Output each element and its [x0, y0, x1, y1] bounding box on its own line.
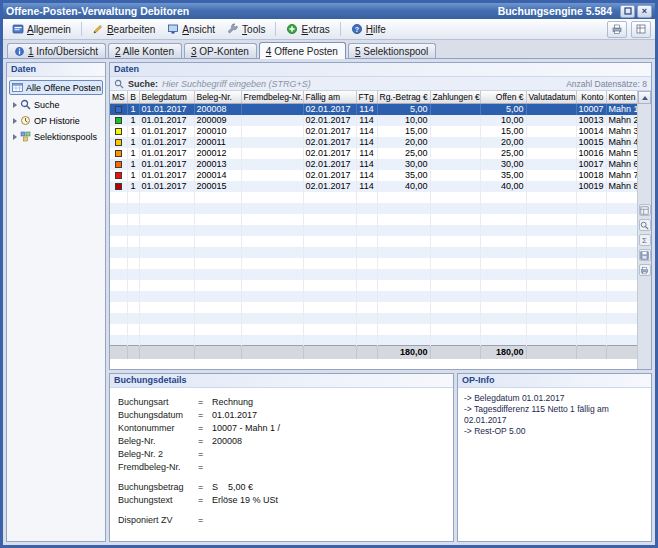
edit-pencil-icon [92, 23, 104, 35]
column-header-faellig-am[interactable]: Fällig am [303, 91, 356, 104]
grid-caption: Daten [110, 63, 651, 77]
sidebar-item-op-historie[interactable]: OP Historie [9, 114, 103, 127]
tab-offene-posten[interactable]: 4 Offene Posten [259, 42, 346, 59]
column-header-belegdatum[interactable]: Belegdatum [139, 91, 194, 104]
table-row[interactable]: 101.01.201720001202.01.201711425,0025,00… [110, 148, 637, 159]
print-button[interactable] [607, 21, 627, 38]
total-betrag: 180,00 [377, 346, 430, 359]
table-icon [12, 82, 23, 93]
menu-label: Tools [242, 24, 265, 35]
printer-icon [611, 23, 623, 35]
table-row[interactable]: 101.01.201720000902.01.201711410,0010,00… [110, 115, 637, 126]
detail-field: Buchungsdatum=01.01.2017 [118, 409, 447, 422]
print-icon[interactable] [639, 264, 651, 276]
detail-field: Kontonummer=10007 - Mahn 1 / [118, 422, 447, 435]
column-header-ftg[interactable]: FTg [356, 91, 377, 104]
menu-allgemein[interactable]: Allgemein [7, 21, 76, 37]
restore-icon [624, 7, 632, 15]
allgemein-icon [12, 23, 24, 35]
column-header-beleg-nr[interactable]: Beleg-Nr. [194, 91, 241, 104]
menu-separator [81, 22, 82, 36]
detail-field: Beleg-Nr.=200008 [118, 435, 447, 448]
table-icon [635, 23, 647, 35]
close-button[interactable]: × [637, 5, 652, 18]
save-icon[interactable] [639, 249, 651, 261]
op-info-body: -> Belegdatum 01.01.2017-> Tagesdifferen… [458, 388, 651, 541]
tab-info-uebersicht[interactable]: 1 Info/Übersicht [7, 43, 106, 58]
expander-icon[interactable] [13, 134, 17, 140]
detail-field: Buchungsart=Rechnung [118, 396, 447, 409]
sidebar-item-label: OP Historie [34, 116, 80, 126]
help-icon: ? [351, 23, 363, 35]
table-view-button[interactable] [631, 21, 651, 38]
column-header-konten[interactable]: Konten [606, 91, 637, 104]
sidebar-item-suche[interactable]: Suche [9, 98, 103, 111]
bottom-area: Buchungsdetails Buchungsart=RechnungBuch… [109, 373, 652, 542]
dunning-level-swatch [115, 183, 122, 190]
grid-area: MS B Belegdatum Beleg-Nr. Fremdbeleg-Nr.… [110, 91, 651, 369]
restore-button[interactable] [620, 5, 635, 18]
column-header-b[interactable]: B [127, 91, 139, 104]
menu-label: Extras [301, 24, 329, 35]
table-row[interactable]: 101.01.201720000802.01.20171145,005,0010… [110, 104, 637, 115]
column-header-konto[interactable]: Konto [576, 91, 606, 104]
search-input[interactable] [162, 79, 562, 89]
tab-selektionspool[interactable]: 5 Selektionspool [348, 43, 436, 58]
tab-op-konten[interactable]: 3 OP-Konten [184, 43, 257, 58]
sidebar-item-alle-offene-posten[interactable]: Alle Offene Posten [9, 80, 103, 95]
content-area: Daten Alle Offene Posten Suche [3, 59, 655, 545]
empty-row [110, 236, 637, 247]
header-row: MS B Belegdatum Beleg-Nr. Fremdbeleg-Nr.… [110, 91, 637, 104]
dunning-level-swatch [115, 117, 122, 124]
tab-label: 1 Info/Übersicht [28, 46, 98, 57]
tab-alle-konten[interactable]: 2 Alle Konten [108, 43, 182, 58]
dunning-level-swatch [115, 139, 122, 146]
menu-hilfe[interactable]: ? Hilfe [346, 21, 391, 37]
details-caption: Buchungsdetails [110, 374, 453, 388]
op-info-line: -> Rest-OP 5.00 [464, 426, 645, 437]
grid-panel: Daten Suche: Anzahl Datensätze: 8 [109, 62, 652, 370]
view-monitor-icon [167, 23, 179, 35]
menu-label: Bearbeiten [107, 24, 155, 35]
details-body: Buchungsart=RechnungBuchungsdatum=01.01.… [110, 388, 453, 541]
menu-ansicht[interactable]: Ansicht [162, 21, 220, 37]
column-header-ms[interactable]: MS [110, 91, 127, 104]
empty-row [110, 324, 637, 335]
totals-row: 180,00 180,00 [110, 346, 637, 359]
main-column: Daten Suche: Anzahl Datensätze: 8 [109, 62, 652, 542]
total-offen: 180,00 [480, 346, 526, 359]
table-row[interactable]: 101.01.201720001002.01.201711415,0015,00… [110, 126, 637, 137]
grid-tool-strip: Σ [637, 91, 651, 369]
column-header-valutadatum[interactable]: Valutadatum [526, 91, 576, 104]
search-label: Suche: [128, 79, 158, 89]
expander-icon[interactable] [13, 102, 17, 108]
column-header-offen[interactable]: Offen € [480, 91, 526, 104]
customize-grid-icon[interactable] [639, 204, 651, 216]
column-header-rg-betrag[interactable]: Rg.-Betrag € [377, 91, 430, 104]
search-icon[interactable] [639, 219, 651, 231]
empty-row [110, 225, 637, 236]
open-items-table: MS B Belegdatum Beleg-Nr. Fremdbeleg-Nr.… [110, 91, 637, 369]
app-window: Offene-Posten-Verwaltung Debitoren Buchu… [0, 0, 658, 548]
search-bar: Suche: Anzahl Datensätze: 8 [110, 77, 651, 91]
menu-extras[interactable]: Extras [281, 21, 334, 37]
tab-bar: 1 Info/Übersicht 2 Alle Konten 3 OP-Kont… [3, 40, 655, 59]
sum-icon[interactable]: Σ [639, 234, 651, 246]
table-row[interactable]: 101.01.201720001302.01.201711430,0030,00… [110, 159, 637, 170]
empty-row [110, 302, 637, 313]
menu-bearbeiten[interactable]: Bearbeiten [87, 21, 160, 37]
expander-icon[interactable] [13, 118, 17, 124]
column-header-fremdbeleg-nr[interactable]: Fremdbeleg-Nr. [241, 91, 303, 104]
column-header-zahlungen[interactable]: Zahlungen € [430, 91, 480, 104]
table-row[interactable]: 101.01.201720001502.01.201711440,0040,00… [110, 181, 637, 192]
svg-text:?: ? [355, 26, 359, 33]
empty-row [110, 291, 637, 302]
table-row[interactable]: 101.01.201720001402.01.201711435,0035,00… [110, 170, 637, 181]
scroll-up-button[interactable] [638, 91, 651, 104]
empty-row [110, 214, 637, 225]
sidebar-item-selektionspools[interactable]: Selektionspools [9, 130, 103, 143]
search-icon [20, 99, 31, 110]
table-row[interactable]: 101.01.201720001102.01.201711420,0020,00… [110, 137, 637, 148]
menu-tools[interactable]: Tools [222, 21, 270, 37]
detail-field: Buchungsbetrag=S 5,00 € [118, 481, 447, 494]
